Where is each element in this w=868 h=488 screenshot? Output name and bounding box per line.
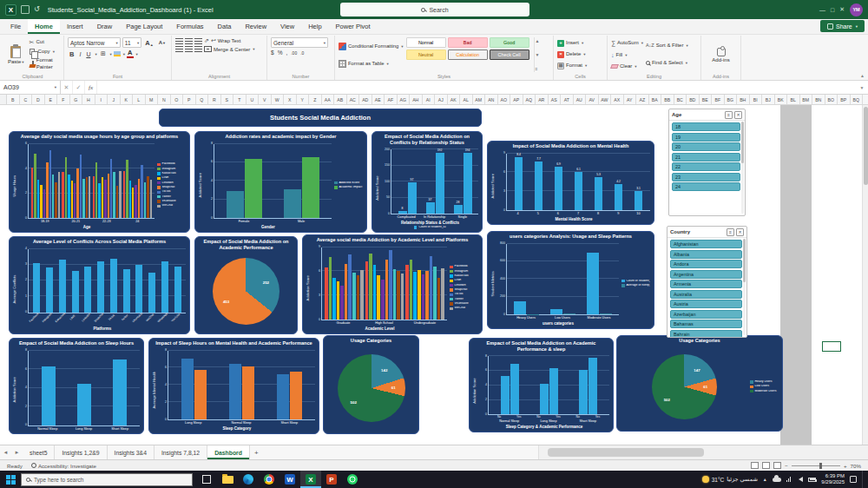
name-box[interactable]: AO39▾	[0, 81, 61, 94]
clear-filter-icon[interactable]: ✕	[736, 228, 744, 236]
slicer-item-20[interactable]: 20	[672, 142, 740, 151]
slicer-item-australia[interactable]: Australia	[670, 290, 742, 299]
column-header-ac[interactable]: AC	[347, 95, 360, 104]
gallery-down-icon[interactable]: ▼	[536, 52, 540, 57]
cell-style-calculation[interactable]: Calculation	[448, 49, 488, 60]
column-header-bp[interactable]: BP	[838, 95, 851, 104]
wrap-text-button[interactable]: ↩Wrap Text	[211, 37, 241, 44]
comma-format-icon[interactable]: ,	[286, 49, 287, 56]
start-button[interactable]	[0, 471, 21, 488]
column-header-o[interactable]: O	[171, 95, 184, 104]
fill-color-icon[interactable]	[114, 51, 121, 56]
minimize-icon[interactable]: —	[819, 7, 825, 13]
excel-taskbar-button[interactable]	[300, 471, 321, 488]
column-header-m[interactable]: M	[146, 95, 159, 104]
number-format-select[interactable]: General▾	[271, 37, 328, 48]
column-header-c[interactable]: C	[20, 95, 33, 104]
column-header-at[interactable]: AT	[561, 95, 574, 104]
column-header-e[interactable]: E	[45, 95, 58, 104]
taskbar-search[interactable]: Type here to search	[21, 473, 193, 486]
task-view-taskbar-button[interactable]	[196, 471, 217, 488]
font-color-icon[interactable]: A	[127, 49, 133, 58]
clear-filter-icon[interactable]: ✕	[734, 111, 742, 119]
column-header-ah[interactable]: AH	[410, 95, 423, 104]
percent-format-icon[interactable]: %	[278, 49, 283, 56]
cut-button[interactable]: ✂Cut	[30, 38, 60, 46]
column-header-aj[interactable]: AJ	[435, 95, 448, 104]
column-header-an[interactable]: AN	[485, 95, 498, 104]
slicer-item-albania[interactable]: Albania	[670, 250, 742, 259]
page-break-view-icon[interactable]	[773, 462, 781, 469]
notification-center-icon[interactable]	[850, 476, 857, 483]
column-header-u[interactable]: U	[247, 95, 260, 104]
word-taskbar-button[interactable]	[279, 471, 300, 488]
fill-button[interactable]: ↓Fill▾	[611, 51, 643, 59]
column-header-h[interactable]: H	[82, 95, 95, 104]
save-icon[interactable]	[21, 5, 30, 14]
titlebar-search[interactable]: Search	[340, 3, 529, 16]
font-name-select[interactable]: Aptos Narrow▾	[68, 37, 121, 48]
column-header-j[interactable]: J	[108, 95, 121, 104]
column-header-bb[interactable]: BB	[661, 95, 674, 104]
close-icon[interactable]: ✕	[839, 6, 845, 13]
column-header-bj[interactable]: BJ	[762, 95, 775, 104]
column-header-n[interactable]: N	[158, 95, 171, 104]
column-header-bf[interactable]: BF	[712, 95, 725, 104]
sheet-tab-sheet5[interactable]: sheet5	[23, 445, 55, 459]
chart-panel-p5[interactable]: Average Level of Conflicts Across Social…	[9, 236, 190, 334]
new-sheet-button[interactable]: +	[250, 445, 263, 459]
align-middle-icon[interactable]	[185, 38, 193, 44]
column-header-ay[interactable]: AY	[624, 95, 637, 104]
page-layout-view-icon[interactable]	[762, 462, 770, 469]
column-header-bd[interactable]: BD	[687, 95, 700, 104]
column-header-x[interactable]: X	[284, 95, 297, 104]
share-button[interactable]: Share ▾	[820, 20, 865, 32]
zoom-slider[interactable]	[792, 465, 840, 466]
insert-cells-button[interactable]: +Insert▾	[557, 40, 603, 47]
align-center-icon[interactable]	[185, 46, 193, 52]
accounting-format-icon[interactable]: $	[271, 49, 274, 56]
chart-panel-p3[interactable]: Empact of Social Media Addiction on Conf…	[372, 131, 483, 233]
ribbon-tab-insert[interactable]: Insert	[60, 19, 90, 34]
column-header-ak[interactable]: AK	[448, 95, 461, 104]
slicer-item-22[interactable]: 22	[672, 162, 740, 171]
column-header-y[interactable]: Y	[297, 95, 310, 104]
grow-font-icon[interactable]: A▲	[143, 39, 155, 47]
chart-panel-p9[interactable]: Empact of Social Media Addiction on Slee…	[9, 338, 144, 434]
column-header-t[interactable]: T	[233, 95, 247, 104]
whatsapp-taskbar-button[interactable]	[342, 471, 363, 488]
column-header-av[interactable]: AV	[586, 95, 599, 104]
slicer-item-austria[interactable]: Austria	[670, 300, 742, 308]
chrome-taskbar-button[interactable]	[259, 471, 279, 488]
age-slicer[interactable]: Age ≡ ✕ 18192021222324	[668, 109, 746, 216]
column-header-r[interactable]: R	[208, 95, 221, 104]
clear-button[interactable]: Clear▾	[611, 63, 643, 70]
zoom-out-icon[interactable]: −	[785, 463, 788, 469]
column-header-az[interactable]: AZ	[636, 95, 649, 104]
cell-style-check-cell[interactable]: Check Cell	[490, 49, 529, 60]
powerpoint-taskbar-button[interactable]	[321, 471, 342, 488]
weather-widget[interactable]: 31°C شمسي جزئيا	[702, 476, 758, 483]
select-all-corner[interactable]	[0, 95, 7, 104]
borders-icon[interactable]: ⊞	[99, 50, 108, 57]
battery-icon[interactable]	[808, 478, 816, 482]
column-header-i[interactable]: I	[95, 95, 108, 104]
column-header-bc[interactable]: BC	[674, 95, 687, 104]
column-header-ax[interactable]: AX	[611, 95, 624, 104]
cell-style-good[interactable]: Good	[490, 37, 529, 48]
format-as-table-button[interactable]: Format as Table▾	[339, 58, 404, 69]
decrease-decimal-icon[interactable]: .0	[300, 50, 304, 56]
ribbon-tab-view[interactable]: View	[273, 19, 301, 34]
ribbon-tab-formulas[interactable]: Formulas	[169, 19, 210, 34]
column-header-ab[interactable]: AB	[334, 95, 347, 104]
user-avatar[interactable]: YM	[850, 3, 863, 16]
ribbon-tab-page-layout[interactable]: Page Layout	[119, 19, 169, 34]
column-header-w[interactable]: W	[272, 95, 285, 104]
slicer-item-andora[interactable]: Andora	[670, 260, 742, 268]
column-header-bi[interactable]: BI	[750, 95, 763, 104]
ribbon-tab-help[interactable]: Help	[301, 19, 328, 34]
column-header-bn[interactable]: BN	[812, 95, 825, 104]
column-header-bq[interactable]: BQ	[851, 95, 864, 104]
slicer-item-23[interactable]: 23	[672, 173, 740, 181]
enter-icon[interactable]: ✓	[73, 81, 85, 94]
